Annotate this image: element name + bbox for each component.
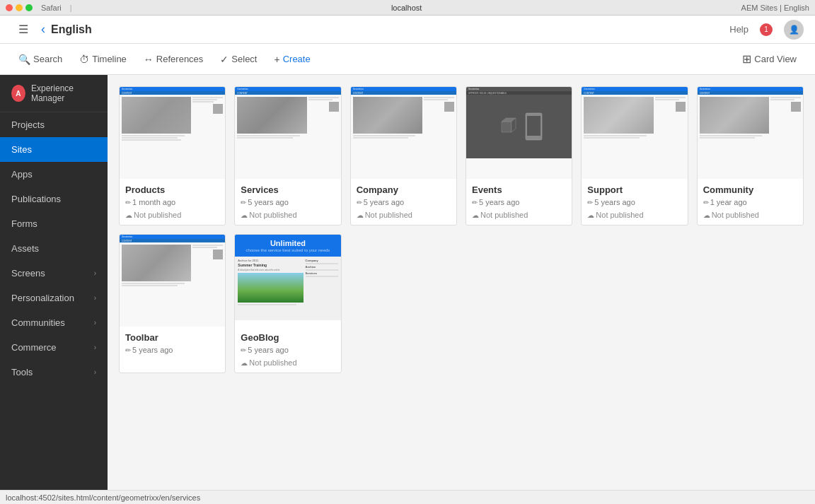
card-company[interactable]: Geometrixx CONTENT: [350, 86, 457, 225]
sidebar-item-tools[interactable]: Tools ›: [0, 360, 108, 385]
card-preview-support: Geometrixx CONTENT: [582, 87, 687, 179]
publish-status-community: ☁ Not published: [703, 211, 759, 219]
svg-marker-0: [502, 122, 511, 132]
card-community[interactable]: Geometrixx CONTENT: [697, 86, 804, 225]
maximize-dot[interactable]: [25, 4, 33, 11]
sidebar-item-commerce[interactable]: Commerce ›: [0, 335, 108, 360]
mini-preview-products: Geometrixx CONTENT: [120, 87, 225, 179]
edit-icon-community: ✏: [703, 199, 709, 206]
select-icon: ✓: [220, 54, 229, 65]
select-label: Select: [231, 54, 257, 64]
card-info-events: Events ✏ 5 years ago ☁ Not published: [466, 179, 572, 225]
app-name-label: Experience Manager: [31, 83, 96, 103]
publish-status-products: ☁ Not published: [125, 211, 181, 219]
user-icon: 👤: [789, 25, 799, 35]
mini-preview-events: Geometrixx UPFRONT. SOLID. UNQUESTIONABL…: [466, 87, 572, 179]
card-services[interactable]: Geometrixx CONTENT: [234, 86, 341, 225]
mp-events-body: [466, 95, 572, 158]
help-button[interactable]: Help: [729, 24, 748, 35]
page-header: ☰ ‹ English Help 1 👤: [0, 16, 815, 44]
tab-label-1[interactable]: AEM Sites | English: [741, 4, 809, 12]
card-info-geoblog: GeoBlog ✏ 5 years ago ☁ Not published: [235, 327, 340, 373]
create-icon: +: [274, 54, 279, 65]
sidebar-item-publications[interactable]: Publications: [0, 187, 108, 211]
notification-badge[interactable]: 1: [760, 23, 773, 36]
timeline-label: Timeline: [92, 54, 127, 64]
sidebar-item-assets[interactable]: Assets: [0, 236, 108, 261]
mp-img-company: [353, 97, 422, 134]
mp-img-toolbar: [122, 245, 191, 281]
create-button[interactable]: + Create: [267, 49, 317, 69]
card-events[interactable]: Geometrixx UPFRONT. SOLID. UNQUESTIONABL…: [466, 86, 572, 225]
cloud-icon-geoblog: ☁: [241, 359, 248, 367]
status-url: localhost:4502/sites.html/content/geomet…: [6, 493, 200, 502]
sidebar-item-screens[interactable]: Screens ›: [0, 261, 108, 286]
sidebar: A Experience Manager Projects Sites Apps…: [0, 75, 108, 490]
card-products[interactable]: Geometrixx CONTENT: [119, 86, 226, 225]
tools-arrow-icon: ›: [94, 368, 96, 376]
edit-icon-services: ✏: [241, 199, 246, 206]
browser-name: Safari: [41, 4, 62, 12]
close-dot[interactable]: [6, 4, 13, 11]
card-info-company: Company ✏ 5 years ago ☁ Not published: [351, 179, 456, 225]
card-title-community: Community: [703, 184, 797, 195]
modified-time-community: ✏ 1 year ago: [703, 198, 747, 206]
grid-icon: ⊞: [742, 52, 751, 66]
geoblog-brand: Unlimited: [241, 239, 335, 247]
timeline-button[interactable]: ⏱ Timeline: [72, 49, 134, 69]
card-preview-community: Geometrixx CONTENT: [698, 87, 803, 179]
card-title-events: Events: [472, 184, 566, 195]
mac-bar: Safari | localhost AEM Sites | English: [0, 0, 815, 16]
card-toolbar[interactable]: Geometrixx CONTENT: [119, 234, 226, 373]
cloud-icon-events: ☁: [472, 211, 479, 219]
sidebar-item-forms[interactable]: Forms: [0, 211, 108, 236]
geoblog-sidebar: Company Archive Services: [306, 259, 338, 318]
back-button[interactable]: ‹: [41, 22, 45, 37]
card-preview-products: Geometrixx CONTENT: [120, 87, 225, 179]
personalization-arrow-icon: ›: [94, 294, 96, 302]
card-support[interactable]: Geometrixx CONTENT: [581, 86, 688, 225]
card-info-products: Products ✏ 1 month ago ☁ Not published: [120, 179, 225, 225]
sidebar-item-apps[interactable]: Apps: [0, 162, 108, 187]
edit-icon-support: ✏: [587, 199, 593, 206]
mp-img-community: [700, 97, 769, 134]
geoblog-article-img: [238, 273, 303, 303]
modified-time-services: ✏ 5 years ago: [241, 198, 288, 206]
cube-svg-1: [496, 115, 521, 139]
user-avatar[interactable]: 👤: [784, 20, 804, 40]
search-button[interactable]: 🔍 Search: [11, 49, 69, 69]
mini-preview-company: Geometrixx CONTENT: [351, 87, 456, 179]
minimize-dot[interactable]: [16, 4, 23, 11]
view-label: Card View: [754, 54, 797, 64]
sidebar-item-sites[interactable]: Sites: [0, 137, 108, 162]
search-label: Search: [33, 54, 62, 64]
geoblog-article: Archive for 2011 Summer Training A descr…: [238, 259, 303, 318]
card-info-services: Services ✏ 5 years ago ☁ Not published: [235, 179, 340, 225]
url-bar[interactable]: localhost: [81, 4, 733, 12]
cards-grid-row1: Geometrixx CONTENT: [119, 86, 804, 225]
mp-brand-products: Geometrixx: [122, 88, 132, 90]
geoblog-header: Unlimited choose the service best suited…: [235, 235, 340, 257]
timeline-icon: ⏱: [79, 54, 89, 65]
select-button[interactable]: ✓ Select: [213, 49, 264, 69]
card-meta-support: ✏ 5 years ago ☁ Not published: [587, 198, 681, 219]
sidebar-item-personalization[interactable]: Personalization ›: [0, 286, 108, 310]
modified-time-toolbar: ✏ 5 years ago: [125, 346, 173, 354]
modified-time-geoblog: ✏ 5 years ago: [241, 346, 288, 354]
hamburger-menu[interactable]: ☰: [11, 18, 35, 40]
publish-status-services: ☁ Not published: [241, 211, 296, 219]
sidebar-item-projects[interactable]: Projects: [0, 112, 108, 137]
card-preview-events: Geometrixx UPFRONT. SOLID. UNQUESTIONABL…: [466, 87, 572, 179]
sidebar-item-communities[interactable]: Communities ›: [0, 310, 108, 335]
view-toggle-button[interactable]: ⊞ Card View: [735, 48, 804, 70]
card-geoblog[interactable]: Unlimited choose the service best suited…: [234, 234, 341, 373]
cloud-icon-support: ☁: [587, 211, 594, 219]
geoblog-body: Archive for 2011 Summer Training A descr…: [235, 257, 340, 320]
references-button[interactable]: ↔ References: [137, 49, 210, 69]
references-icon: ↔: [144, 54, 154, 65]
sidebar-header: A Experience Manager: [0, 75, 108, 112]
mini-preview-support: Geometrixx CONTENT: [582, 87, 687, 179]
edit-icon-toolbar: ✏: [125, 346, 131, 354]
main-content: Geometrixx CONTENT: [108, 75, 815, 490]
commerce-arrow-icon: ›: [94, 344, 96, 351]
